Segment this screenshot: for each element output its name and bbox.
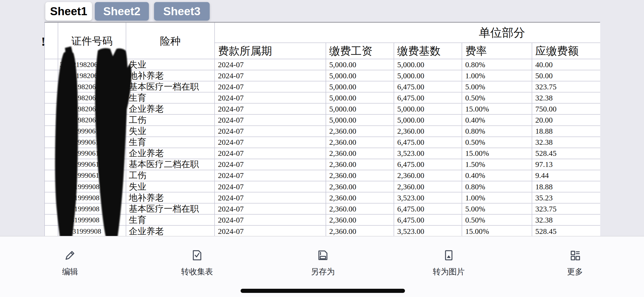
table-row: 3 0 1982061 0 工伤 2024-07 5,000.00 5,000.… [45, 115, 600, 126]
cell-payable-amount: 20.00 [532, 115, 600, 126]
cell-id-number: 3 0219820613 520 [58, 59, 126, 70]
cell-payment-base: 3,523.00 [394, 226, 462, 237]
cell-payment-wage: 5,000.00 [326, 81, 394, 92]
tab-sheet2[interactable]: Sheet2 [95, 2, 149, 21]
cell-payment-wage: 5,000.00 [326, 59, 394, 70]
table-row: 3 0 1982061 0 基本医疗一档在职 2024-07 5,000.00 … [45, 81, 600, 92]
header-rate: 费率 [462, 43, 532, 59]
cell-rate: 15.00% [462, 148, 532, 159]
header-payment-wage: 缴费工资 [326, 43, 394, 59]
cell-payment-base: 6,475.00 [394, 81, 462, 92]
cell-clipped [45, 203, 58, 215]
home-indicator[interactable] [241, 289, 405, 293]
cell-rate: 0.80% [462, 59, 532, 70]
cell-payment-wage: 2,360.00 [326, 137, 394, 148]
cell-insurance-type: 企业养老 [126, 148, 215, 159]
cell-insurance-type: 生育 [126, 137, 215, 148]
cell-payment-wage: 5,000.00 [326, 115, 394, 126]
table-body: 3 0219820613 520 失业 2024-07 5,000.00 5,0… [45, 59, 600, 237]
cell-insurance-type: 企业养老 [126, 226, 215, 237]
cell-clipped [45, 137, 58, 148]
collect-form-icon [191, 249, 204, 262]
cell-fee-period: 2024-07 [215, 148, 326, 159]
header-id-number: 证件号码 [58, 23, 126, 59]
cell-fee-period: 2024-07 [215, 192, 326, 203]
cell-payable-amount: 50.00 [532, 70, 600, 81]
spreadsheet-table: 证件号码 险种 单位部分 费款所属期 缴费工资 缴费基数 费率 应缴费额 3 0… [44, 22, 600, 236]
cell-rate: 15.00% [462, 104, 532, 115]
table-row: 4 11999061 3 失业 2024-07 2,360.00 2,360.0… [45, 126, 600, 137]
tool-label: 另存为 [311, 266, 335, 277]
cell-insurance-type: 失业 [126, 126, 215, 137]
cell-payment-wage: 5,000.00 [326, 104, 394, 115]
cell-payable-amount: 97.13 [532, 159, 600, 170]
cell-payable-amount: 18.88 [532, 126, 600, 137]
cell-payable-amount: 32.38 [532, 137, 600, 148]
edit-button[interactable]: 编辑 [62, 249, 78, 277]
cell-rate: 0.50% [462, 215, 532, 226]
tab-sheet3[interactable]: Sheet3 [154, 2, 210, 21]
tool-label: 更多 [567, 266, 583, 277]
cell-id-number: 4 231999908 8 [58, 226, 126, 237]
cell-clipped [45, 181, 58, 192]
cell-rate: 15.00% [462, 226, 532, 237]
cell-payment-wage: 2,360.00 [326, 148, 394, 159]
cell-id-number: 3 0 1982061 0 [58, 92, 126, 104]
cell-fee-period: 2024-07 [215, 170, 326, 181]
table-row: 4 11999061 3 企业养老 2024-07 2,360.00 3,523… [45, 148, 600, 159]
table-row: 4 11999061 3 生育 2024-07 2,360.00 6,475.0… [45, 137, 600, 148]
to-image-icon [442, 249, 455, 262]
cell-clipped [45, 126, 58, 137]
table-row: 4 11999061 工伤 2024-07 2,360.00 2,360.00 … [45, 170, 600, 181]
tool-label: 转为图片 [433, 266, 465, 277]
table-row: 3 0 1982061 0 企业养老 2024-07 5,000.00 5,00… [45, 104, 600, 115]
tab-sheet1[interactable]: Sheet1 [45, 2, 92, 21]
cell-payment-wage: 2,360.00 [326, 170, 394, 181]
cell-clipped [45, 59, 58, 70]
cell-payable-amount: 528.45 [532, 148, 600, 159]
cell-clipped [45, 170, 58, 181]
convert-to-image-button[interactable]: 转为图片 [433, 249, 465, 277]
cell-payment-base: 2,360.00 [394, 126, 462, 137]
convert-collect-form-button[interactable]: 转收集表 [181, 249, 213, 277]
table-row: 3 0219820613 520 失业 2024-07 5,000.00 5,0… [45, 59, 600, 70]
cell-rate: 1.50% [462, 159, 532, 170]
save-as-button[interactable]: 另存为 [311, 249, 335, 277]
cell-rate: 0.50% [462, 137, 532, 148]
cell-payment-wage: 2,360.00 [326, 126, 394, 137]
table-row: 4 31999908 8 基本医疗一档在职 2024-07 2,360.00 6… [45, 203, 600, 215]
table-row: 3 021982061 0 地补养老 2024-07 5,000.00 5,00… [45, 70, 600, 81]
cell-fee-period: 2024-07 [215, 126, 326, 137]
cell-fee-period: 2024-07 [215, 115, 326, 126]
sub-header-row: 费款所属期 缴费工资 缴费基数 费率 应缴费额 [215, 43, 600, 59]
cell-payable-amount: 40.00 [532, 59, 600, 70]
table-row: 4 231999908 8 企业养老 2024-07 2,360.00 3,52… [45, 226, 600, 237]
cell-payment-base: 5,000.00 [394, 59, 462, 70]
cell-insurance-type: 基本医疗一档在职 [126, 81, 215, 92]
cell-id-number: 4 11999061 3 [58, 148, 126, 159]
cell-rate: 5.00% [462, 81, 532, 92]
sheet-tab-bar: Sheet1 Sheet2 Sheet3 [0, 0, 644, 22]
cell-rate: 5.00% [462, 203, 532, 215]
cell-insurance-type: 企业养老 [126, 104, 215, 115]
cell-insurance-type: 失业 [126, 59, 215, 70]
cell-insurance-type: 工伤 [126, 115, 215, 126]
cell-payment-wage: 2,360.00 [326, 181, 394, 192]
cell-insurance-type: 基本医疗二档在职 [126, 159, 215, 170]
cell-rate: 0.40% [462, 115, 532, 126]
cell-payable-amount: 323.75 [532, 81, 600, 92]
cell-clipped [45, 192, 58, 203]
cell-payment-base: 3,523.00 [394, 148, 462, 159]
cell-fee-period: 2024-07 [215, 59, 326, 70]
cell-payment-base: 2,360.00 [394, 170, 462, 181]
cell-payment-wage: 2,360.00 [326, 215, 394, 226]
cell-payment-wage: 2,360.00 [326, 203, 394, 215]
cell-payment-base: 6,475.00 [394, 137, 462, 148]
header-fee-period: 费款所属期 [215, 43, 326, 59]
more-button[interactable]: 更多 [567, 249, 583, 277]
cell-insurance-type: 地补养老 [126, 192, 215, 203]
cell-id-number: 3 0 1982061 0 [58, 115, 126, 126]
cell-fee-period: 2024-07 [215, 226, 326, 237]
cell-fee-period: 2024-07 [215, 81, 326, 92]
more-grid-icon [569, 249, 581, 262]
